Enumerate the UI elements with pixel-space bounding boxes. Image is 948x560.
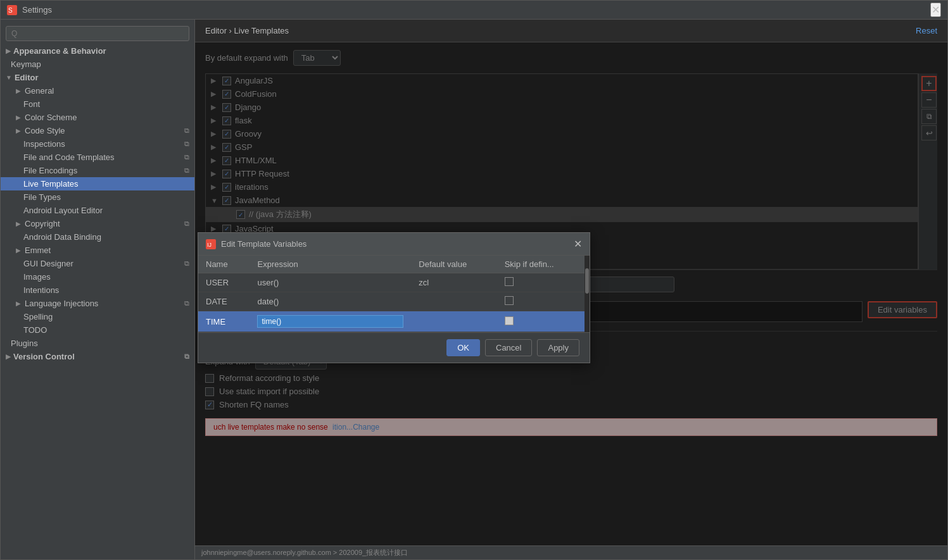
apply-button[interactable]: Apply <box>537 339 579 356</box>
breadcrumb-separator: › <box>229 26 232 35</box>
cell-name: TIME <box>198 311 250 332</box>
sidebar-item-label: Keymap <box>11 59 41 69</box>
cell-skip <box>497 273 585 292</box>
sidebar-item-label: Images <box>23 272 51 282</box>
sidebar-item-label: TODO <box>23 325 47 335</box>
copy-icon: ⧉ <box>184 153 189 161</box>
main-body: By default expand with Tab Enter Space ▶… <box>195 42 947 545</box>
col-skip: Skip if defin... <box>497 256 585 273</box>
sidebar-item-label: General <box>25 86 54 96</box>
breadcrumb-part2: Live Templates <box>234 26 289 35</box>
chevron-right-icon: ▶ <box>16 114 21 121</box>
sidebar-item-code-style[interactable]: ▶ Code Style ⧉ <box>1 124 194 137</box>
sidebar-item-label: Plugins <box>11 339 38 348</box>
copy-icon: ⧉ <box>184 352 189 361</box>
col-expression: Expression <box>250 256 411 273</box>
scrollbar[interactable] <box>585 256 590 332</box>
sidebar-item-intentions[interactable]: Intentions <box>1 283 194 297</box>
sidebar-item-label: Appearance & Behavior <box>13 46 106 56</box>
status-text: johnniepingme@users.noreply.github.com > <box>201 549 339 556</box>
sidebar-item-label: Inspections <box>23 139 65 149</box>
sidebar-item-font[interactable]: Font <box>1 97 194 111</box>
table-row-selected: TIME <box>198 311 585 332</box>
modal-footer: OK Cancel Apply <box>198 332 590 363</box>
skip-checkbox[interactable] <box>505 296 514 305</box>
table-row: USER user() zcl <box>198 273 585 292</box>
sidebar-item-android-data[interactable]: Android Data Binding <box>1 230 194 244</box>
expression-input[interactable] <box>257 315 403 328</box>
table-row: DATE date() <box>198 292 585 311</box>
settings-window: S Settings ✕ ▶ Appearance & Behavior Key… <box>0 0 948 560</box>
sidebar-item-language-injections[interactable]: ▶ Language Injections ⧉ <box>1 297 194 310</box>
col-default: Default value <box>411 256 496 273</box>
cell-name: DATE <box>198 292 250 311</box>
chevron-right-icon: ▶ <box>6 353 11 360</box>
chevron-right-icon: ▶ <box>16 300 21 307</box>
sidebar-item-spelling[interactable]: Spelling <box>1 310 194 323</box>
sidebar-item-label: Language Injections <box>25 299 98 308</box>
sidebar-item-file-code-templates[interactable]: File and Code Templates ⧉ <box>1 151 194 164</box>
sidebar-item-label: GUI Designer <box>23 259 73 268</box>
breadcrumb: Editor › Live Templates <box>205 26 289 35</box>
sidebar-item-file-encodings[interactable]: File Encodings ⧉ <box>1 164 194 177</box>
sidebar-item-label: Spelling <box>23 312 53 321</box>
chevron-right-icon: ▶ <box>16 247 21 254</box>
sidebar-item-emmet[interactable]: ▶ Emmet <box>1 244 194 257</box>
chevron-right-icon: ▶ <box>16 87 21 94</box>
search-input[interactable] <box>6 26 189 41</box>
sidebar-item-keymap[interactable]: Keymap <box>1 58 194 71</box>
cell-default: zcl <box>411 273 496 292</box>
sidebar-item-label: Code Style <box>25 126 65 135</box>
main-panel: Editor › Live Templates Reset By default… <box>195 20 947 559</box>
copy-icon: ⧉ <box>184 259 189 268</box>
sidebar-item-label: Live Templates <box>23 179 78 189</box>
modal-title: IJ Edit Template Variables <box>206 239 307 249</box>
chevron-down-icon: ▼ <box>6 74 12 81</box>
sidebar-item-color-scheme[interactable]: ▶ Color Scheme <box>1 111 194 124</box>
app-icon: S <box>7 5 17 15</box>
sidebar-item-todo[interactable]: TODO <box>1 323 194 337</box>
modal-body: Name Expression Default value Skip if de… <box>198 256 590 332</box>
sidebar-item-gui-designer[interactable]: GUI Designer ⧉ <box>1 257 194 270</box>
reset-button[interactable]: Reset <box>916 26 937 35</box>
sidebar-item-general[interactable]: ▶ General <box>1 84 194 97</box>
sidebar-item-label: File Types <box>23 192 61 202</box>
modal-title-text: Edit Template Variables <box>221 239 307 249</box>
sidebar-item-label: Android Data Binding <box>23 232 101 242</box>
cancel-button[interactable]: Cancel <box>485 339 532 356</box>
ok-button[interactable]: OK <box>446 339 480 356</box>
sidebar-item-plugins[interactable]: Plugins <box>1 337 194 350</box>
sidebar-item-appearance[interactable]: ▶ Appearance & Behavior <box>1 44 194 58</box>
chevron-right-icon: ▶ <box>16 220 21 227</box>
sidebar-item-label: Emmet <box>25 246 51 255</box>
scrollbar-thumb <box>585 268 589 294</box>
sidebar-item-version-control[interactable]: ▶ Version Control ⧉ <box>1 350 194 363</box>
breadcrumb-part1: Editor <box>205 26 227 35</box>
copy-icon: ⧉ <box>184 140 189 148</box>
sidebar-item-android-layout[interactable]: Android Layout Editor <box>1 204 194 217</box>
sidebar-item-copyright[interactable]: ▶ Copyright ⧉ <box>1 217 194 230</box>
modal-title-bar: IJ Edit Template Variables ✕ <box>198 233 590 256</box>
status-extra: 202009_报表统计接口 <box>339 549 408 556</box>
sidebar-item-editor[interactable]: ▼ Editor <box>1 71 194 84</box>
modal-close-button[interactable]: ✕ <box>574 238 582 250</box>
sidebar-item-label: Version Control <box>13 352 75 361</box>
edit-variables-modal: IJ Edit Template Variables ✕ <box>198 232 590 363</box>
skip-checkbox[interactable] <box>505 277 514 286</box>
main-header: Editor › Live Templates Reset <box>195 20 947 42</box>
sidebar-item-label: Editor <box>15 73 39 82</box>
close-button[interactable]: ✕ <box>930 3 941 17</box>
main-content: ▶ Appearance & Behavior Keymap ▼ Editor … <box>1 20 947 559</box>
skip-checkbox-time[interactable] <box>505 316 514 325</box>
cell-default <box>411 311 496 332</box>
cell-name: USER <box>198 273 250 292</box>
sidebar-item-label: Copyright <box>25 219 60 228</box>
intellij-icon: IJ <box>206 239 216 249</box>
sidebar-item-images[interactable]: Images <box>1 270 194 283</box>
chevron-right-icon: ▶ <box>6 47 11 54</box>
sidebar-item-inspections[interactable]: Inspections ⧉ <box>1 137 194 151</box>
modal-overlay: IJ Edit Template Variables ✕ <box>195 42 947 545</box>
sidebar-item-file-types[interactable]: File Types <box>1 190 194 204</box>
sidebar-item-live-templates[interactable]: Live Templates <box>1 177 194 190</box>
sidebar: ▶ Appearance & Behavior Keymap ▼ Editor … <box>1 20 195 559</box>
